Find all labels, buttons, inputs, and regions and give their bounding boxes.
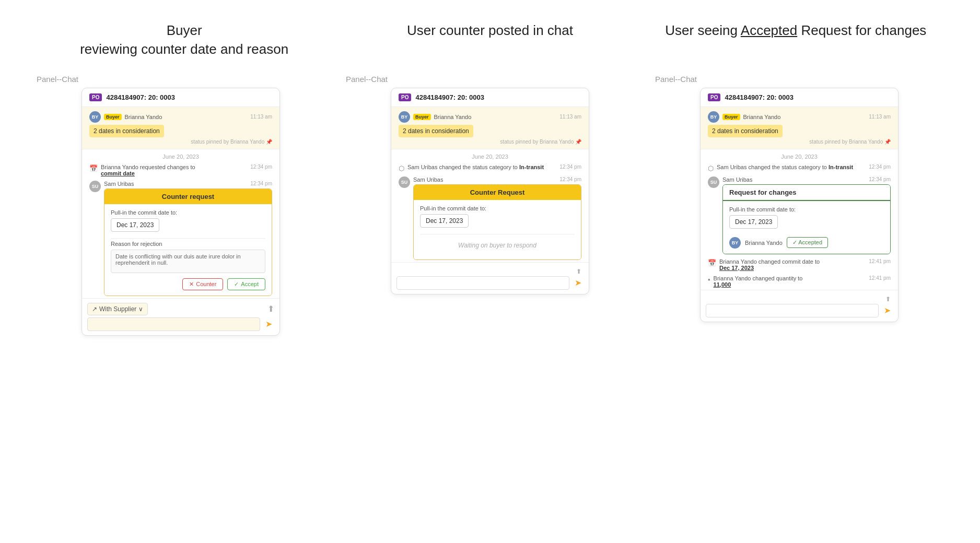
chat-input-field-2[interactable] bbox=[396, 276, 569, 290]
send-icon-top-2: ⬆ bbox=[576, 268, 581, 275]
title-buyer-line2: reviewing counter date and reason bbox=[80, 41, 288, 57]
msg-sender-su-3: Sam Uribas bbox=[722, 176, 752, 183]
title-buyer-line1: Buyer bbox=[167, 22, 202, 38]
chat-input-area-1: ↗ With Supplier ∨ ⬆ ➤ bbox=[82, 298, 279, 335]
rfc-card-content-3: Sam Uribas 12:34 pm Request for changes … bbox=[722, 176, 891, 254]
msg-row-rfc-3: SU Sam Uribas 12:34 pm Request for chang… bbox=[708, 174, 891, 256]
avatar-su-1: SU bbox=[89, 181, 101, 192]
card-actions-1: ✕ Counter ✓ Accept bbox=[111, 278, 265, 290]
msg-time-su-2: 12:34 pm bbox=[559, 176, 581, 182]
po-header-buyer: PO 4284184907: 20: 0003 bbox=[82, 88, 279, 107]
accept-icon: ✓ bbox=[234, 281, 239, 288]
panels-container: Panel--Chat PO 4284184907: 20: 0003 BY B… bbox=[31, 75, 949, 336]
title-accepted-line1: User seeing bbox=[665, 22, 741, 38]
title-counter: User counter posted in chat bbox=[339, 21, 641, 59]
counter-card-1: Counter request Pull-in the commit date … bbox=[104, 188, 272, 296]
panel-counter-label: Panel--Chat bbox=[346, 75, 388, 84]
msg-row-counter-2: SU Sam Uribas 12:34 pm Counter Request P… bbox=[399, 174, 581, 262]
pinned-content-1: 2 dates in consideration bbox=[89, 125, 164, 137]
chat-dropdown-1[interactable]: ↗ With Supplier ∨ bbox=[87, 303, 148, 315]
chat-input-area-3: ⬆ ➤ bbox=[701, 290, 898, 322]
avatar-buyer-3: BY bbox=[708, 111, 719, 123]
msg-sender-su-1: Sam Uribas bbox=[104, 181, 134, 187]
pinned-msg-3: BY Buyer Brianna Yando 11:13 am 2 dates … bbox=[701, 107, 898, 149]
additional-sys-time-2: 12:41 pm bbox=[869, 275, 891, 281]
title-accepted: User seeing Accepted Request for changes bbox=[645, 21, 947, 59]
section-titles: Buyer reviewing counter date and reason … bbox=[31, 21, 949, 59]
commit-date-link-1: commit date bbox=[101, 170, 135, 176]
chevron-down-icon: ∨ bbox=[138, 305, 143, 313]
chat-input-row-3: ➤ bbox=[706, 304, 893, 317]
pinned-sender-1: Brianna Yando bbox=[125, 114, 162, 120]
title-counter-line1: User counter posted in chat bbox=[407, 22, 573, 38]
counter-label-2: Pull-in the commit date to: bbox=[420, 205, 575, 211]
status-pinned-1: status pinned by Brianna Yando 📌 bbox=[89, 139, 272, 145]
external-link-icon: ↗ bbox=[92, 305, 97, 313]
avatar-accepted-3: BY bbox=[729, 237, 741, 249]
pinned-time-2: 11:13 am bbox=[559, 114, 581, 120]
po-header-2: PO 4284184907: 20: 0003 bbox=[391, 88, 589, 107]
send-button-1[interactable]: ➤ bbox=[263, 318, 274, 330]
msg-row-counter-1: SU Sam Uribas 12:34 pm Counter request P… bbox=[89, 179, 272, 298]
buyer-badge-3: Buyer bbox=[722, 114, 740, 120]
counter-button[interactable]: ✕ Counter bbox=[182, 278, 223, 290]
accepted-row-3: BY Brianna Yando ✓ Accepted bbox=[729, 237, 884, 249]
pinned-sender-3: Brianna Yando bbox=[743, 114, 781, 120]
sys-msg-body-2: Sam Uribas changed the status category t… bbox=[407, 164, 556, 170]
counter-card-header-1: Counter request bbox=[104, 189, 272, 204]
buyer-badge-1: Buyer bbox=[104, 114, 122, 120]
pinned-content-2: 2 dates in consideration bbox=[399, 125, 473, 137]
po-number-3: 4284184907: 20: 0003 bbox=[725, 93, 794, 101]
po-badge-buyer: PO bbox=[89, 93, 102, 101]
counter-label-1: Pull-in the commit date to: bbox=[111, 209, 265, 216]
system-msg-2: ⬡ Sam Uribas changed the status category… bbox=[399, 162, 581, 174]
po-number-2: 4284184907: 20: 0003 bbox=[415, 93, 484, 101]
pinned-msg-buyer: BY Buyer Brianna Yando 11:13 am 2 dates … bbox=[82, 107, 279, 149]
send-button-3[interactable]: ➤ bbox=[882, 304, 893, 316]
additional-sys-msg-2: ▪ Brianna Yando changed quantity to 11,0… bbox=[708, 273, 891, 290]
panel-buyer-label: Panel--Chat bbox=[37, 75, 78, 84]
date-box-3: Dec 17, 2023 bbox=[729, 215, 778, 229]
avatar-su-3: SU bbox=[708, 176, 719, 188]
reason-label-1: Reason for rejection bbox=[111, 241, 265, 247]
rfc-card-3: Request for changes Pull-in the commit d… bbox=[722, 184, 891, 254]
rfc-label-3: Pull-in the commit date to: bbox=[729, 206, 884, 213]
avatar-buyer-2: BY bbox=[399, 111, 410, 123]
system-msg-1: 📅 Brianna Yando requested changes to com… bbox=[89, 162, 272, 179]
panel-buyer-wrapper: Panel--Chat PO 4284184907: 20: 0003 BY B… bbox=[31, 75, 330, 336]
chat-messages-2: ⬡ Sam Uribas changed the status category… bbox=[391, 162, 589, 262]
accept-button[interactable]: ✓ Accept bbox=[227, 278, 265, 290]
date-box-2: Dec 17, 2023 bbox=[420, 214, 469, 228]
chat-panel-buyer: PO 4284184907: 20: 0003 BY Buyer Brianna… bbox=[81, 88, 280, 336]
pinned-sender-2: Brianna Yando bbox=[434, 114, 472, 120]
chat-messages-3: ⬡ Sam Uribas changed the status category… bbox=[701, 162, 898, 290]
po-badge-2: PO bbox=[399, 93, 411, 101]
accepted-sender-3: Brianna Yando bbox=[745, 240, 783, 246]
msg-sender-su-2: Sam Uribas bbox=[413, 176, 443, 183]
pinned-time-1: 11:13 am bbox=[250, 114, 272, 120]
chat-input-field-3[interactable] bbox=[706, 304, 879, 317]
quantity-value-3: 11,000 bbox=[714, 281, 731, 288]
title-buyer: Buyer reviewing counter date and reason bbox=[33, 21, 335, 59]
sys-msg-body-1: Brianna Yando requested changes to commi… bbox=[101, 164, 247, 176]
additional-sys-body-2: Brianna Yando changed quantity to 11,000 bbox=[714, 275, 866, 288]
chat-input-field-1[interactable] bbox=[87, 317, 260, 331]
additional-sys-msg-1: 📅 Brianna Yando changed commit date to D… bbox=[708, 256, 891, 273]
title-accepted-line2: Request for changes bbox=[797, 22, 926, 38]
send-button-2[interactable]: ➤ bbox=[573, 277, 584, 289]
panel-accepted-label: Panel--Chat bbox=[655, 75, 697, 84]
status-pinned-3: status pinned by Brianna Yando 📌 bbox=[708, 139, 891, 145]
date-divider-2: June 20, 2023 bbox=[391, 149, 589, 162]
title-accepted-underline: Accepted bbox=[741, 22, 797, 38]
chat-panel-counter: PO 4284184907: 20: 0003 BY Buyer Brianna… bbox=[391, 88, 589, 294]
status-icon-3: ⬡ bbox=[708, 164, 714, 172]
quantity-icon-3: ▪ bbox=[708, 276, 710, 284]
sys-msg-time-3: 12:34 pm bbox=[869, 164, 891, 170]
counter-card-content-2: Sam Uribas 12:34 pm Counter Request Pull… bbox=[413, 176, 581, 260]
rfc-card-header-3: Request for changes bbox=[723, 185, 890, 201]
counter-card-body-1: Pull-in the commit date to: Dec 17, 2023… bbox=[104, 204, 272, 296]
status-icon-2: ⬡ bbox=[399, 164, 404, 172]
pinned-content-3: 2 dates in consideration bbox=[708, 125, 783, 137]
accepted-badge-3: ✓ Accepted bbox=[787, 237, 828, 248]
msg-time-su-3: 12:34 pm bbox=[869, 176, 891, 182]
